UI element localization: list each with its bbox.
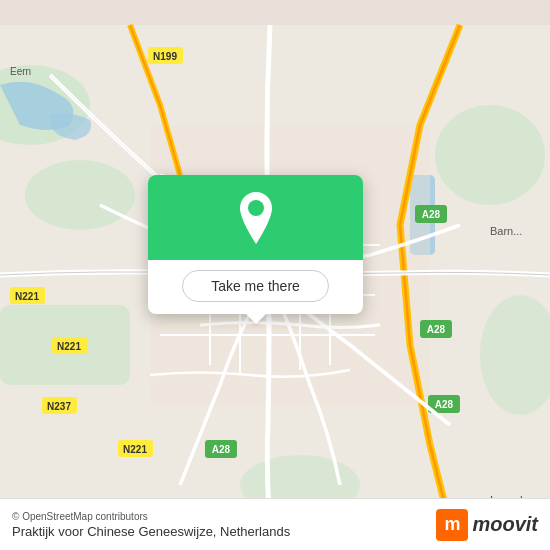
svg-text:N237: N237	[47, 401, 71, 412]
svg-text:N221: N221	[15, 291, 39, 302]
location-pin-icon	[234, 192, 278, 244]
svg-text:A28: A28	[212, 444, 231, 455]
svg-text:A28: A28	[435, 399, 454, 410]
popup-card: Take me there	[148, 175, 363, 314]
svg-point-37	[248, 200, 264, 216]
svg-text:Eern: Eern	[10, 66, 31, 77]
svg-text:A28: A28	[422, 209, 441, 220]
svg-point-4	[435, 105, 545, 205]
popup-header	[148, 175, 363, 260]
svg-text:N221: N221	[123, 444, 147, 455]
take-me-there-button[interactable]: Take me there	[182, 270, 329, 302]
svg-text:A28: A28	[427, 324, 446, 335]
osm-attribution: © OpenStreetMap contributors	[12, 511, 290, 522]
moovit-logo-icon: m	[436, 509, 468, 541]
moovit-logo: m moovit	[436, 509, 538, 541]
place-name: Praktijk voor Chinese Geneeswijze, Nethe…	[12, 524, 290, 539]
svg-point-2	[25, 160, 135, 230]
bottom-left: © OpenStreetMap contributors Praktijk vo…	[12, 511, 290, 539]
svg-text:N221: N221	[57, 341, 81, 352]
svg-text:N199: N199	[153, 51, 177, 62]
svg-text:Barn...: Barn...	[490, 225, 522, 237]
moovit-logo-text: moovit	[472, 513, 538, 536]
map-container: A28 A28 A28 N199 N221 N221 N237 A28 N221	[0, 0, 550, 550]
bottom-bar: © OpenStreetMap contributors Praktijk vo…	[0, 498, 550, 550]
